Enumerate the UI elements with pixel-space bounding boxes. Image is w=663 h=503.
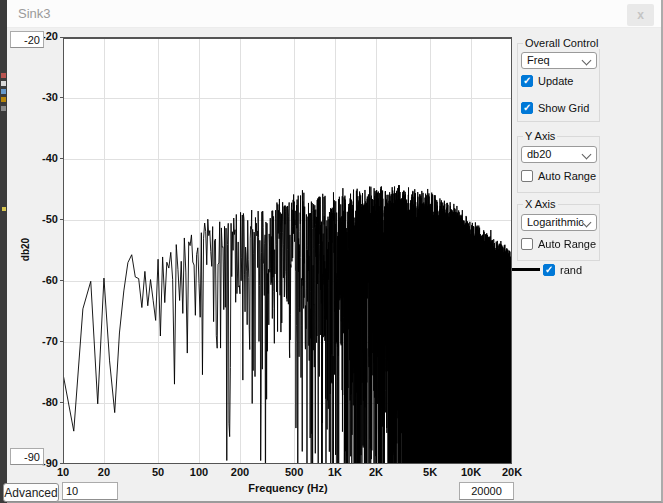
legend-rand-checkbox[interactable] [543, 264, 555, 276]
x-tick-label: 10 [57, 466, 69, 478]
update-label: Update [538, 75, 573, 87]
x-tick-label: 2K [369, 466, 383, 478]
update-checkbox[interactable] [521, 75, 533, 87]
background-app-icon [1, 97, 6, 102]
overall-control-label: Overall Control [523, 37, 600, 49]
x-tick-label: 100 [190, 466, 208, 478]
background-window-strip [0, 0, 7, 503]
background-app-icon [1, 73, 6, 78]
y-tick-label: -30 [24, 91, 58, 103]
title-bar[interactable]: Sink3 x [7, 0, 661, 28]
freq-combo-value: Freq [527, 54, 550, 66]
freq-combo[interactable]: Freq [521, 52, 597, 69]
y-tick-label: -70 [24, 335, 58, 347]
close-icon: x [637, 8, 644, 22]
y-tick-label: -80 [24, 396, 58, 408]
spectrum-plot-canvas[interactable] [59, 37, 513, 465]
window-title: Sink3 [18, 6, 51, 21]
y-auto-range-label: Auto Range [538, 170, 596, 182]
y-auto-range-checkbox[interactable] [521, 170, 533, 182]
background-app-icon [1, 106, 6, 111]
y-tick-label: -40 [24, 152, 58, 164]
y-axis-combo-value: db20 [527, 148, 551, 160]
sink3-window: Sink3 x -20-30-40-50-60-70-80-90 1020501… [0, 0, 663, 503]
chevron-down-icon [582, 56, 592, 66]
y-axis-title: db20 [20, 235, 31, 265]
x-tick-label: 20 [98, 466, 110, 478]
show-grid-label: Show Grid [538, 102, 589, 114]
x-tick-label: 50 [152, 466, 164, 478]
advanced-button[interactable]: Advanced [3, 483, 59, 502]
x-axis-title: Frequency (Hz) [63, 482, 513, 494]
y-tick-label: -50 [24, 213, 58, 225]
x-tick-label: 200 [231, 466, 249, 478]
x-tick-label: 20K [502, 466, 522, 478]
x-auto-range-checkbox[interactable] [521, 238, 533, 250]
close-button[interactable]: x [627, 4, 654, 26]
background-app-icon [2, 207, 6, 211]
y-axis-combo[interactable]: db20 [521, 146, 597, 163]
show-grid-checkbox[interactable] [521, 102, 533, 114]
y-axis-groupbox [517, 136, 600, 193]
y-axis-max-input[interactable] [10, 31, 44, 48]
y-axis-min-input[interactable] [10, 448, 44, 465]
background-app-icon [1, 89, 6, 94]
x-tick-label: 5K [423, 466, 437, 478]
y-axis-group-label: Y Axis [523, 130, 557, 142]
legend-line-sample [512, 268, 540, 271]
x-axis-group-label: X Axis [523, 198, 558, 210]
x-tick-label: 500 [285, 466, 303, 478]
x-axis-combo-value: Logarithmic [527, 216, 584, 228]
y-tick-label: -60 [24, 274, 58, 286]
x-axis-min-input[interactable] [62, 482, 118, 500]
x-auto-range-label: Auto Range [538, 238, 596, 250]
legend-series-label: rand [560, 264, 582, 276]
x-axis-combo[interactable]: Logarithmic [521, 214, 597, 231]
x-axis-max-input[interactable] [459, 482, 514, 500]
x-axis-groupbox [517, 204, 600, 261]
chevron-down-icon [582, 150, 592, 160]
x-tick-label: 10K [461, 466, 481, 478]
background-app-icon [1, 81, 6, 86]
x-tick-label: 1K [328, 466, 342, 478]
